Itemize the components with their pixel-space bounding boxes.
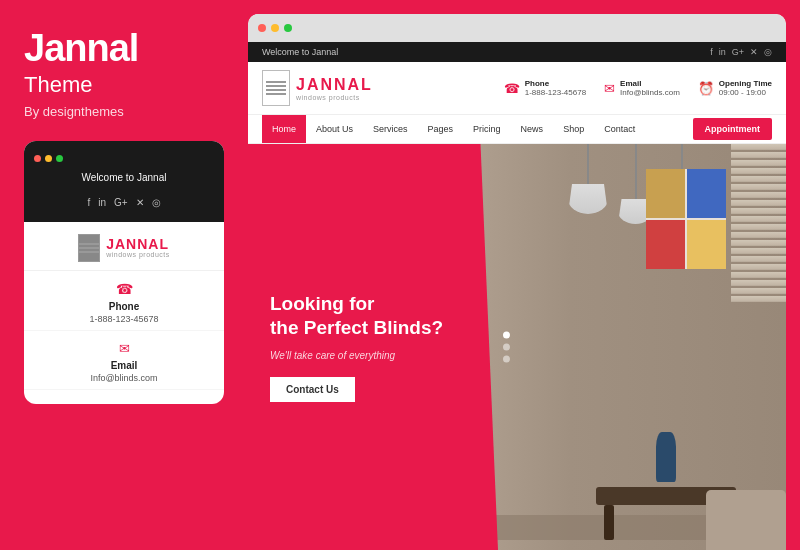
mobile-logo-name: JANNAL xyxy=(106,237,170,251)
blind-slat xyxy=(731,216,786,222)
mobile-social-tw[interactable]: ✕ xyxy=(136,197,144,208)
blind-slat xyxy=(731,296,786,302)
browser-dot-yellow[interactable] xyxy=(271,24,279,32)
site-logo: JANNAL windows products xyxy=(262,70,373,106)
nav-contact[interactable]: Contact xyxy=(594,115,645,143)
slider-dot-1[interactable] xyxy=(503,332,510,339)
blind-slat xyxy=(731,152,786,158)
site-nav: Home About Us Services Pages Pricing New… xyxy=(248,115,786,144)
browser-dot-green[interactable] xyxy=(284,24,292,32)
blind-slat xyxy=(731,232,786,238)
header-email-text: Email Info@blinds.com xyxy=(620,79,680,97)
header-email-value: Info@blinds.com xyxy=(620,88,680,97)
hero-heading: Looking for the Perfect Blinds? xyxy=(270,292,476,340)
mobile-dots xyxy=(24,149,73,162)
header-info: ☎ Phone 1-888-123-45678 ✉ Email Info@bli… xyxy=(504,79,772,97)
blind-slat xyxy=(731,144,786,150)
slider-dots xyxy=(503,332,510,363)
brand-title-text: Jannal xyxy=(24,28,224,70)
mobile-social-gp[interactable]: G+ xyxy=(114,197,128,208)
hero-cta-button[interactable]: Contact Us xyxy=(270,377,355,402)
mobile-dot-yellow xyxy=(45,155,52,162)
mobile-logo-icon xyxy=(78,234,100,262)
art-block-4 xyxy=(687,220,726,269)
ann-ig-icon[interactable]: ◎ xyxy=(764,47,772,57)
logo-text-block: JANNAL windows products xyxy=(296,76,373,101)
header-hours-label: Opening Time xyxy=(719,79,772,88)
header-hours-item: ⏰ Opening Time 09:00 - 19:00 xyxy=(698,79,772,97)
blind-slat xyxy=(731,264,786,270)
header-email-label: Email xyxy=(620,79,680,88)
phone-icon: ☎ xyxy=(116,281,133,297)
slider-dot-3[interactable] xyxy=(503,356,510,363)
blind-slat xyxy=(731,200,786,206)
header-clock-icon: ⏰ xyxy=(698,81,714,96)
hero-overlay: Looking for the Perfect Blinds? We'll ta… xyxy=(248,144,498,550)
mobile-logo-tagline: windows products xyxy=(106,251,170,258)
mobile-logo-section: JANNAL windows products xyxy=(24,222,224,271)
mobile-dot-red xyxy=(34,155,41,162)
mobile-email-value: Info@blinds.com xyxy=(90,373,157,383)
nav-services[interactable]: Services xyxy=(363,115,418,143)
header-phone-text: Phone 1-888-123-45678 xyxy=(525,79,586,97)
wall-art xyxy=(646,169,726,269)
logo-name: JANNAL xyxy=(296,76,373,94)
browser-content: Welcome to Jannal f in G+ ✕ ◎ JANNAL xyxy=(248,42,786,550)
hero-subtext: We'll take care of everything xyxy=(270,350,476,361)
blind-slat xyxy=(731,176,786,182)
appointment-button[interactable]: Appointment xyxy=(693,118,773,140)
browser-window: Welcome to Jannal f in G+ ✕ ◎ JANNAL xyxy=(248,14,786,550)
hero-heading-line1: Looking for xyxy=(270,293,374,314)
browser-dot-red[interactable] xyxy=(258,24,266,32)
ann-li-icon[interactable]: in xyxy=(719,47,726,57)
nav-pricing[interactable]: Pricing xyxy=(463,115,511,143)
header-email-item: ✉ Email Info@blinds.com xyxy=(604,79,680,97)
email-icon: ✉ xyxy=(119,341,130,356)
nav-home[interactable]: Home xyxy=(262,115,306,143)
mobile-mockup: Welcome to Jannal f in G+ ✕ ◎ JANNAL win… xyxy=(24,141,224,404)
blind-slat xyxy=(731,256,786,262)
browser-titlebar xyxy=(248,14,786,42)
logo-tagline: windows products xyxy=(296,94,373,101)
ann-tw-icon[interactable]: ✕ xyxy=(750,47,758,57)
blind-slat xyxy=(731,224,786,230)
table-leg-left xyxy=(604,505,614,540)
hero-section: Looking for the Perfect Blinds? We'll ta… xyxy=(248,144,786,550)
mobile-phone-label: Phone xyxy=(109,301,140,312)
mobile-phone-value: 1-888-123-45678 xyxy=(89,314,158,324)
header-phone-item: ☎ Phone 1-888-123-45678 xyxy=(504,79,586,97)
ann-fb-icon[interactable]: f xyxy=(710,47,713,57)
brand-byline-text: By designthemes xyxy=(24,104,224,119)
blind-slat xyxy=(731,184,786,190)
window-blinds xyxy=(731,144,786,344)
mobile-social-li[interactable]: in xyxy=(98,197,106,208)
mobile-logo-text-block: JANNAL windows products xyxy=(106,237,170,258)
announcement-social: f in G+ ✕ ◎ xyxy=(710,47,772,57)
nav-about[interactable]: About Us xyxy=(306,115,363,143)
mobile-email-label: Email xyxy=(111,360,138,371)
nav-news[interactable]: News xyxy=(511,115,554,143)
announcement-text: Welcome to Jannal xyxy=(262,47,338,57)
announcement-bar: Welcome to Jannal f in G+ ✕ ◎ xyxy=(248,42,786,62)
mobile-social-row: f in G+ ✕ ◎ xyxy=(87,197,160,216)
art-block-2 xyxy=(687,169,726,218)
blind-slat xyxy=(731,288,786,294)
pendant-light-1 xyxy=(568,144,608,214)
brand-subtitle-text: Theme xyxy=(24,72,224,98)
site-header: JANNAL windows products ☎ Phone 1-888-12… xyxy=(248,62,786,115)
blind-slat xyxy=(731,240,786,246)
blind-slat xyxy=(731,272,786,278)
left-panel: Jannal Theme By designthemes Welcome to … xyxy=(0,0,248,550)
blind-slat xyxy=(731,280,786,286)
mobile-social-ig[interactable]: ◎ xyxy=(152,197,161,208)
slider-dot-2[interactable] xyxy=(503,344,510,351)
mobile-social-fb[interactable]: f xyxy=(87,197,90,208)
room-sofa xyxy=(706,490,786,550)
blind-slat xyxy=(731,208,786,214)
mobile-dot-green xyxy=(56,155,63,162)
blind-slat xyxy=(731,160,786,166)
nav-pages[interactable]: Pages xyxy=(418,115,464,143)
logo-icon-box xyxy=(262,70,290,106)
ann-gp-icon[interactable]: G+ xyxy=(732,47,744,57)
nav-shop[interactable]: Shop xyxy=(553,115,594,143)
